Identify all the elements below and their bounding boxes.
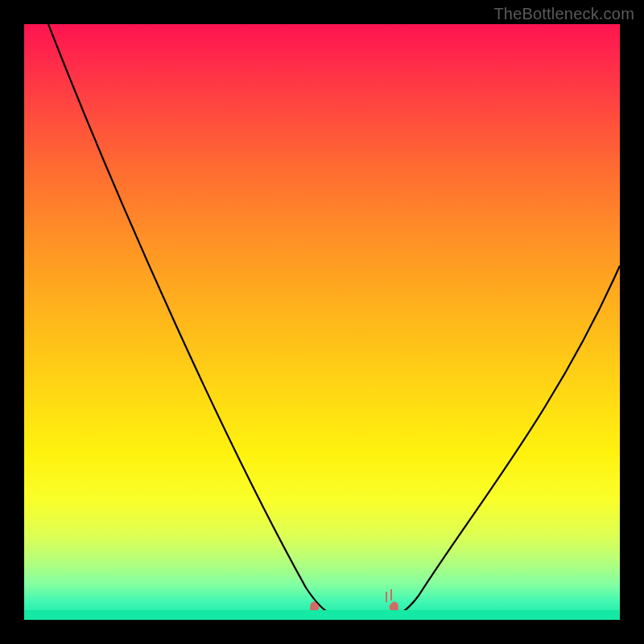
green-baseline (24, 610, 620, 620)
watermark-text: TheBottleneck.com (493, 5, 634, 23)
bottleneck-curve (48, 24, 620, 617)
curve-layer (24, 24, 620, 620)
plot-area (24, 24, 620, 620)
